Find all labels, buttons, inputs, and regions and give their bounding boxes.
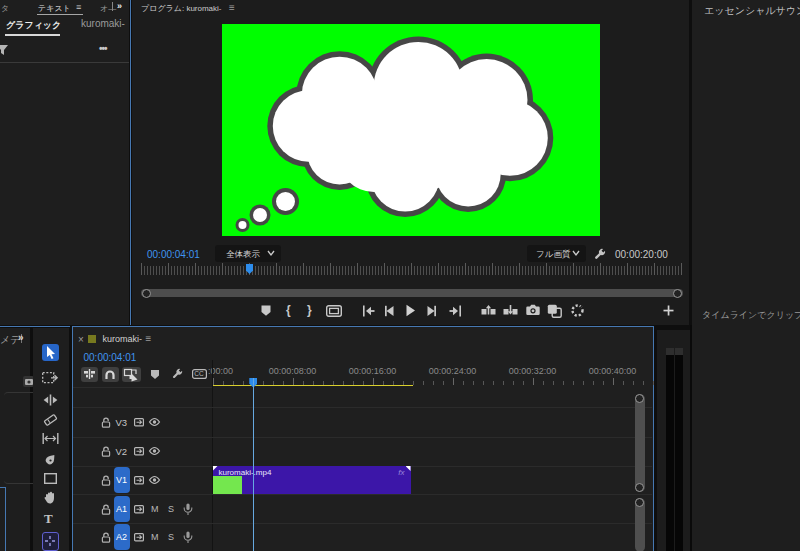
svg-text:CC: CC xyxy=(194,370,204,377)
